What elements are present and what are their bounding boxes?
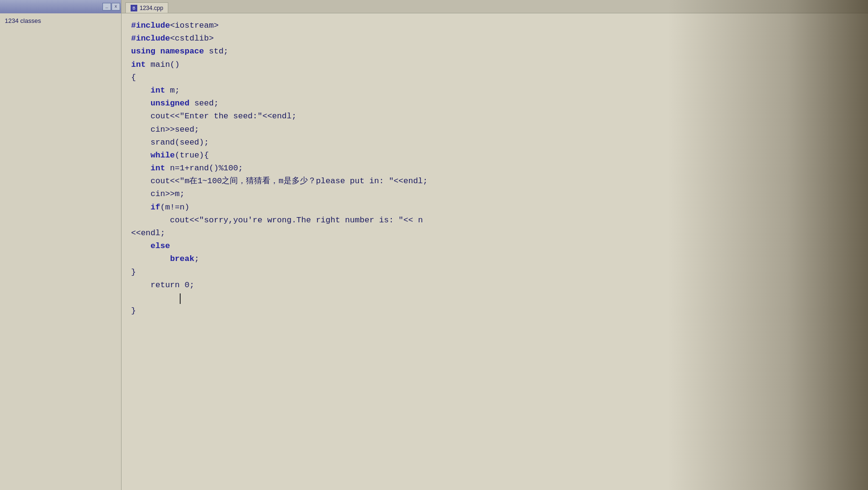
code-line: #include<iostream> (131, 19, 858, 32)
code-line: <<endl; (131, 227, 858, 240)
code-line: #include<cstdlib> (131, 32, 858, 45)
code-line: } (131, 266, 858, 279)
code-line: cout<<"Enter the seed:"<<endl; (131, 110, 858, 123)
sidebar-item-classes: 1234 classes (3, 16, 118, 25)
close-button[interactable]: x (112, 3, 120, 10)
code-line: int m; (131, 84, 858, 97)
code-line: using namespace std; (131, 45, 858, 58)
code-line: else (131, 240, 858, 252)
code-line: cin>>seed; (131, 123, 858, 136)
code-line: cout<<"m在1~100之间，猜猜看，m是多少？please put in:… (131, 175, 858, 188)
code-line: int main() (131, 58, 858, 71)
code-line: cout<<"sorry,you're wrong.The right numb… (131, 214, 858, 227)
code-line: if(m!=n) (131, 201, 858, 214)
file-icon: B (131, 5, 137, 11)
code-line: { (131, 71, 858, 84)
code-line: int n=1+rand()%100; (131, 162, 858, 175)
sidebar: _ x 1234 classes (0, 0, 122, 490)
code-editor[interactable]: #include<iostream> #include<cstdlib> usi… (122, 13, 868, 490)
sidebar-title-bar: _ x (0, 0, 121, 13)
code-line: unsigned seed; (131, 97, 858, 110)
code-line: while(true){ (131, 149, 858, 162)
code-line: cin>>m; (131, 188, 858, 200)
tab-filename: 1234.cpp (140, 5, 163, 11)
code-line (131, 292, 858, 304)
code-line: break; (131, 252, 858, 265)
code-line: } (131, 304, 858, 317)
editor-area: B 1234.cpp #include<iostream> #include<c… (122, 0, 868, 490)
sidebar-content: 1234 classes (0, 13, 121, 28)
code-line: return 0; (131, 279, 858, 292)
tab-bar: B 1234.cpp (122, 0, 868, 13)
minimize-button[interactable]: _ (102, 3, 111, 10)
file-tab[interactable]: B 1234.cpp (125, 2, 168, 13)
code-line: srand(seed); (131, 136, 858, 149)
